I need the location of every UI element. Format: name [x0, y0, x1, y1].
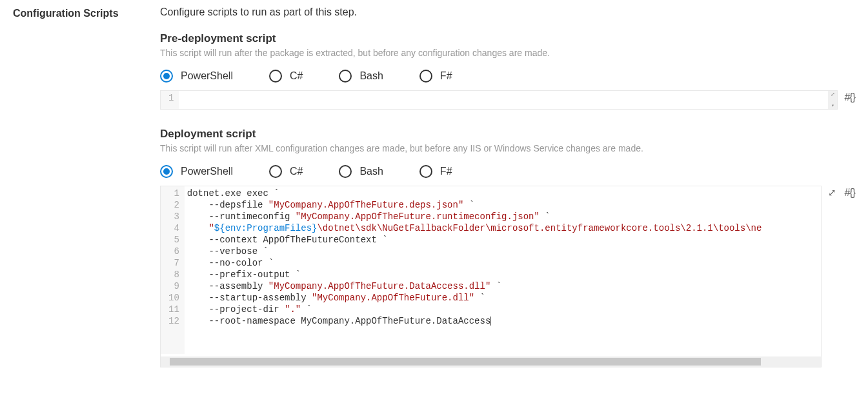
predeploy-section: Pre-deployment script This script will r…: [160, 32, 855, 110]
radio-label: C#: [290, 166, 303, 177]
radio-label: F#: [440, 70, 452, 82]
radio-icon: [419, 70, 432, 83]
radio-icon: [339, 70, 352, 83]
radio-icon: [269, 165, 282, 178]
radio-icon: [339, 165, 352, 178]
code-area[interactable]: dotnet.exe exec ` --depsfile "MyCompany.…: [185, 186, 822, 354]
code-area[interactable]: [179, 91, 828, 109]
radio-label: F#: [440, 166, 452, 177]
radio-icon: [269, 70, 282, 83]
language-radio-bash[interactable]: Bash: [339, 165, 383, 178]
deploy-subtitle: This script will run after XML configura…: [160, 143, 855, 153]
expand-icon[interactable]: ⤢: [830, 91, 836, 98]
predeploy-title: Pre-deployment script: [160, 32, 855, 45]
language-radio-csharp[interactable]: C#: [269, 70, 303, 83]
predeploy-language-radios: PowerShellC#BashF#: [160, 70, 855, 83]
radio-label: Bash: [359, 166, 383, 177]
predeploy-editor[interactable]: 1 ⤢ ▾: [160, 90, 838, 110]
line-gutter: 123456789101112: [161, 186, 185, 354]
radio-label: PowerShell: [181, 70, 233, 82]
language-radio-fsharp[interactable]: F#: [419, 70, 452, 83]
section-title: Configuration Scripts: [13, 6, 160, 386]
insert-variable-icon[interactable]: #{}: [844, 92, 855, 103]
language-radio-csharp[interactable]: C#: [269, 165, 303, 178]
radio-label: Bash: [359, 70, 383, 82]
language-radio-bash[interactable]: Bash: [339, 70, 383, 83]
insert-variable-icon[interactable]: #{}: [844, 187, 855, 199]
predeploy-subtitle: This script will run after the package i…: [160, 48, 855, 58]
vertical-scrollbar[interactable]: ⤢ ▾: [828, 91, 837, 109]
language-radio-powershell[interactable]: PowerShell: [160, 165, 233, 178]
deploy-editor[interactable]: 123456789101112 dotnet.exe exec ` --deps…: [160, 186, 822, 367]
language-radio-fsharp[interactable]: F#: [419, 165, 452, 178]
radio-icon: [419, 165, 432, 178]
horizontal-scrollbar[interactable]: [161, 356, 821, 367]
section-description: Configure scripts to run as part of this…: [160, 6, 855, 18]
deploy-title: Deployment script: [160, 128, 855, 141]
deploy-section: Deployment script This script will run a…: [160, 128, 855, 367]
deploy-language-radios: PowerShellC#BashF#: [160, 165, 855, 178]
radio-icon: [160, 165, 173, 178]
radio-label: C#: [290, 70, 303, 82]
radio-label: PowerShell: [181, 166, 233, 177]
line-gutter: 1: [161, 91, 179, 109]
radio-icon: [160, 70, 173, 83]
expand-icon[interactable]: ⤢: [828, 187, 836, 199]
language-radio-powershell[interactable]: PowerShell: [160, 70, 233, 83]
